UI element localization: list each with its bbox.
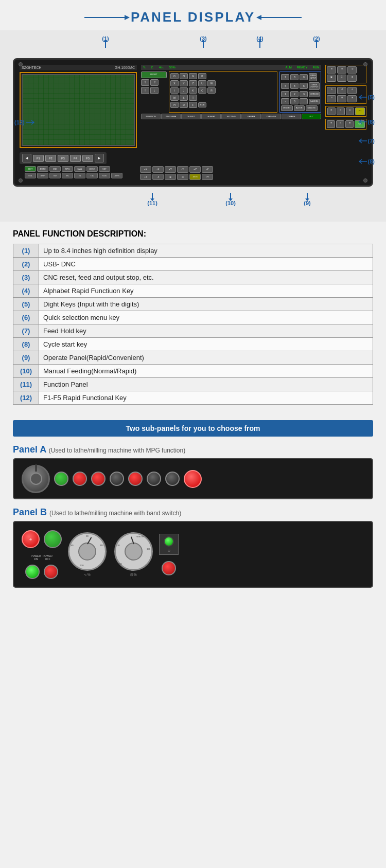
- func-auto[interactable]: AUTO: [37, 166, 48, 172]
- func-dssr[interactable]: DSSR: [86, 166, 98, 172]
- key-p[interactable]: P: [198, 73, 206, 79]
- fh-key-6[interactable]: ⊠: [347, 95, 357, 102]
- cs-key-1[interactable]: ⊕: [327, 120, 335, 128]
- fh-key-1[interactable]: ↻: [327, 87, 336, 94]
- func-x100[interactable]: ×100: [99, 173, 110, 178]
- manual-key-11[interactable]: 100%: [189, 174, 201, 180]
- dial-1[interactable]: 90 110 120 60: [68, 532, 107, 571]
- f2-key[interactable]: F2: [45, 155, 56, 162]
- manual-key-8[interactable]: -4: [152, 174, 164, 180]
- reset-key[interactable]: RESET: [141, 71, 167, 78]
- btn-a-green-1[interactable]: [54, 472, 68, 486]
- key-w[interactable]: W: [207, 80, 216, 86]
- manual-key-12[interactable]: O%: [202, 174, 213, 180]
- btn-b-red-sm[interactable]: [44, 565, 58, 579]
- key-program[interactable]: PROGRAM: [161, 114, 181, 119]
- key-k[interactable]: K: [189, 87, 197, 94]
- manual-key-6[interactable]: -Z: [202, 166, 213, 173]
- shift-right-key[interactable]: ⇧: [150, 79, 159, 86]
- btn-a-black-1[interactable]: [110, 472, 124, 486]
- key-change[interactable]: CHANGE: [309, 92, 320, 97]
- f1-key[interactable]: F1: [33, 155, 44, 162]
- key-alter[interactable]: ALTER: [294, 105, 305, 111]
- key-j[interactable]: J: [180, 87, 188, 94]
- orq-key[interactable]: ◎: [346, 107, 354, 115]
- btn-a-black-3[interactable]: [165, 472, 180, 486]
- fh-key-4[interactable]: ⊙: [327, 95, 336, 102]
- f3-key[interactable]: F3: [58, 155, 68, 162]
- manual-key-3[interactable]: +Y: [165, 166, 176, 173]
- func-set[interactable]: SET: [99, 166, 110, 172]
- key-diagnos[interactable]: DIAGNOS: [261, 114, 281, 119]
- key-offset[interactable]: OFFSET: [181, 114, 201, 119]
- key-d[interactable]: D: [180, 102, 188, 108]
- key-3[interactable]: 3: [300, 91, 308, 97]
- manual-key-10[interactable]: ⊙: [177, 174, 188, 180]
- func-single[interactable]: SGL: [25, 173, 36, 178]
- btn-a-red-3[interactable]: [128, 472, 143, 486]
- manual-key-9[interactable]: ⊕: [165, 174, 176, 180]
- func-wl[interactable]: WL: [62, 173, 73, 178]
- key-h[interactable]: H: [170, 102, 179, 108]
- key-9[interactable]: 9: [300, 74, 308, 80]
- key-graph[interactable]: GRAPH: [282, 114, 301, 119]
- op-key-1[interactable]: ⊕: [327, 66, 336, 74]
- key-setting[interactable]: SETTING: [221, 114, 241, 119]
- feed-hold-main[interactable]: FH: [355, 107, 365, 115]
- key-0[interactable]: 0: [290, 98, 299, 104]
- btn-b-green-sm[interactable]: [25, 565, 40, 579]
- key-6[interactable]: 6: [300, 83, 308, 89]
- key-minus[interactable]: -: [281, 98, 289, 104]
- key-s[interactable]: S: [180, 95, 188, 101]
- op-key-2[interactable]: ⊕: [337, 66, 346, 74]
- key-7[interactable]: 7: [281, 74, 289, 80]
- btn-a-red-large[interactable]: [184, 470, 202, 488]
- key-x[interactable]: X: [170, 80, 179, 86]
- arrow-right-btn[interactable]: ►: [95, 154, 104, 162]
- key-5[interactable]: 5: [290, 83, 299, 89]
- panel-b-green[interactable]: [44, 530, 62, 548]
- key-1[interactable]: 1: [281, 91, 289, 97]
- key-n[interactable]: N: [180, 73, 188, 79]
- key-dot[interactable]: .: [300, 98, 308, 104]
- shift-key[interactable]: ⇧: [141, 79, 149, 86]
- func-skip[interactable]: SKIP: [37, 173, 48, 178]
- fh-key-3[interactable]: ⊙: [347, 87, 357, 94]
- btn-b-right-red[interactable]: [162, 561, 176, 575]
- key-2[interactable]: 2: [290, 91, 299, 97]
- func-mdi[interactable]: MDI: [49, 166, 61, 172]
- manual-key-4[interactable]: -Y: [177, 166, 188, 173]
- arrow-left-btn[interactable]: ◄: [22, 154, 31, 162]
- emergency-stop[interactable]: ⊗: [22, 530, 40, 548]
- btn-a-black-2[interactable]: [147, 472, 161, 486]
- op-key-6[interactable]: ⊞: [347, 75, 357, 82]
- func-x1[interactable]: ×1: [74, 173, 85, 178]
- key-t[interactable]: T: [189, 95, 197, 101]
- manual-key-5[interactable]: +Z: [189, 166, 201, 173]
- change-s-key[interactable]: ⊕: [327, 107, 336, 115]
- func-edit[interactable]: EDIT: [25, 166, 36, 172]
- key-insert[interactable]: INSERT: [281, 105, 293, 111]
- key-plc[interactable]: PLC: [302, 114, 321, 119]
- key-eob[interactable]: EOB: [198, 102, 206, 108]
- cs-key-3[interactable]: ⊞: [345, 120, 354, 128]
- key-y[interactable]: Y: [180, 80, 188, 86]
- key-4[interactable]: 4: [281, 83, 289, 89]
- op-key-3[interactable]: ◎: [347, 66, 357, 74]
- key-position[interactable]: POSITION: [141, 114, 161, 119]
- manual-key-2[interactable]: -X: [152, 166, 164, 173]
- op-key-5[interactable]: ☰: [337, 75, 346, 82]
- func-x10[interactable]: ×10: [86, 173, 98, 178]
- key-m[interactable]: M: [170, 95, 179, 101]
- key-delete[interactable]: DELETE: [306, 105, 318, 111]
- key-alarm[interactable]: ALARM: [201, 114, 221, 119]
- op-key-4[interactable]: ▣: [327, 75, 336, 82]
- cs-key-2[interactable]: ⊙: [336, 120, 344, 128]
- func-bd[interactable]: BD: [49, 173, 61, 178]
- f4-key[interactable]: F4: [70, 155, 81, 162]
- dial-2[interactable]: 70 80 90 100 120 150 30: [114, 532, 153, 571]
- cco-key[interactable]: ⊙: [337, 107, 345, 115]
- key-u[interactable]: U: [198, 80, 206, 86]
- func-manual[interactable]: MAN: [74, 166, 85, 172]
- btn-a-red-2[interactable]: [91, 472, 106, 486]
